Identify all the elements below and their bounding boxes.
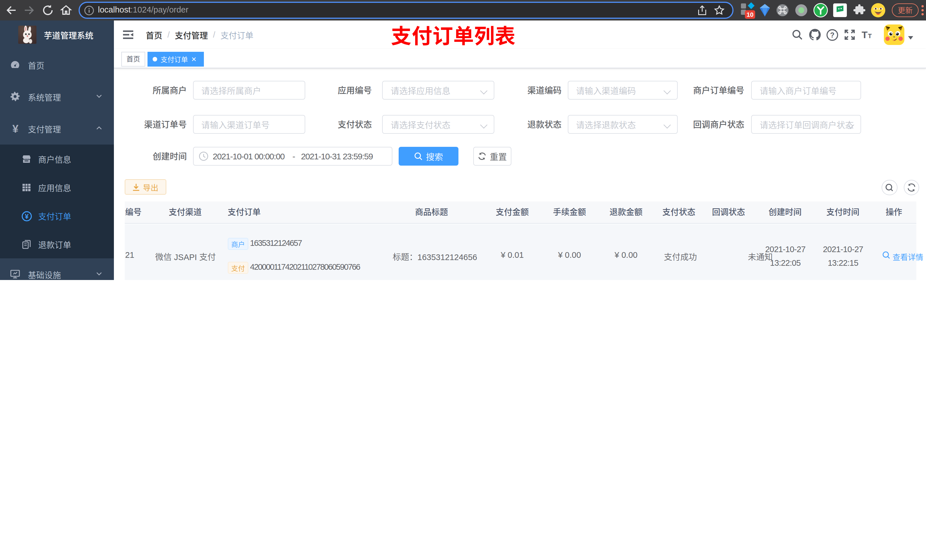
svg-text:T: T xyxy=(868,32,872,39)
svg-text:T: T xyxy=(861,29,867,40)
svg-text:10: 10 xyxy=(747,11,754,18)
svg-text:¥: ¥ xyxy=(25,213,29,220)
svg-text:¥: ¥ xyxy=(12,124,18,134)
svg-text:?: ? xyxy=(830,31,834,39)
